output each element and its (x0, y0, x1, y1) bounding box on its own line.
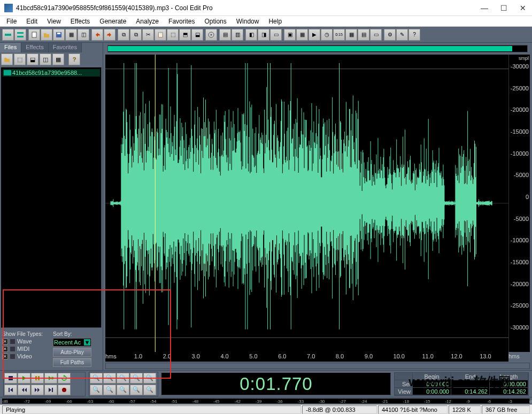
zoom-controls: 🔍 🔍 🔍 🔍 🔍 🔍 🔍 🔍 🔍 🔍 (89, 372, 158, 396)
menu-favorites[interactable]: Favorites (164, 17, 199, 26)
file-open-button[interactable] (1, 53, 13, 65)
trim-button[interactable]: ⬒ (179, 29, 191, 41)
convert-button[interactable]: ◫ (78, 29, 89, 41)
h-scrollbar[interactable] (105, 363, 530, 369)
filetype-wave-checkbox[interactable]: ✕Wave (2, 338, 50, 344)
zoom-full-button[interactable]: 🔍 (117, 373, 129, 384)
file-close-button[interactable]: ⬚ (14, 53, 26, 65)
cut-button[interactable]: ✂ (142, 29, 154, 41)
fullpaths-button[interactable]: Full Paths (53, 358, 91, 367)
dock-button[interactable]: ▣ (284, 29, 296, 41)
menu-view[interactable]: View (43, 17, 65, 26)
menu-options[interactable]: Options (200, 17, 230, 26)
toggle-organizer-button[interactable]: ◧ (245, 29, 257, 41)
record-button[interactable] (58, 385, 71, 395)
zoom-out-h-button[interactable]: 🔍 (103, 373, 116, 384)
rewind-button[interactable] (18, 385, 30, 395)
autoplay-button[interactable]: Auto-Play (53, 348, 91, 357)
undo-button[interactable] (91, 29, 103, 41)
go-end-button[interactable] (44, 385, 57, 395)
copy-new-button[interactable]: ⧉ (130, 29, 142, 41)
file-options-button[interactable]: ▦ (52, 53, 64, 65)
menu-edit[interactable]: Edit (22, 17, 42, 26)
svg-point-7 (211, 34, 212, 35)
copy-button[interactable]: ⧉ (118, 29, 129, 41)
settings-button[interactable]: ⚙ (384, 29, 396, 41)
close-button[interactable]: ✕ (518, 3, 528, 13)
menu-effects[interactable]: Effects (66, 17, 94, 26)
zoom-in-left-button[interactable]: 🔍 (143, 373, 156, 384)
file-edit-button[interactable]: ◫ (40, 53, 51, 65)
go-start-button[interactable] (4, 385, 17, 395)
mode-multitrack-button[interactable] (14, 29, 26, 41)
zoom-sel-button[interactable]: 🔍 (130, 373, 143, 384)
new-button[interactable] (28, 29, 40, 41)
level-tick: -72 (24, 399, 30, 404)
minimize-button[interactable]: — (480, 3, 489, 13)
ruler-button[interactable]: ▦ (296, 29, 308, 41)
menu-file[interactable]: File (2, 17, 21, 26)
tab-favorites[interactable]: Favorites (49, 43, 82, 52)
filetype-video-checkbox[interactable]: ✕Video (2, 353, 50, 359)
open-button[interactable] (41, 29, 52, 41)
toggle-cues-button[interactable]: ◨ (258, 29, 269, 41)
zoom-in-right-button[interactable]: 🔍 (90, 385, 103, 395)
play-to-end-button[interactable] (44, 373, 57, 384)
zoom-reset-v-button[interactable]: 🔍 (143, 385, 156, 395)
filetype-midi-checkbox[interactable]: ✕MIDI (2, 346, 50, 352)
crop-button[interactable]: ⬓ (191, 29, 203, 41)
file-options: Show File Types: ✕Wave ✕MIDI ✕Video Sort… (0, 329, 103, 370)
menu-analyze[interactable]: Analyze (132, 17, 163, 26)
zoom-controls-button[interactable]: 0:15 (333, 29, 345, 41)
save-button[interactable] (53, 29, 65, 41)
batch-button[interactable]: ▦ (65, 29, 77, 41)
help-button[interactable]: ? (408, 29, 420, 41)
level-tick: -24 (361, 399, 367, 404)
sort-by-label: Sort By: (53, 331, 101, 337)
file-help-button[interactable]: ? (68, 53, 80, 65)
menu-help[interactable]: Help (264, 17, 286, 26)
cd-button[interactable] (205, 29, 217, 41)
forward-button[interactable] (31, 385, 44, 395)
redo-button[interactable] (104, 29, 115, 41)
time-display[interactable]: 0:01.770 (161, 373, 391, 395)
time-tick: 12.0 (451, 353, 462, 359)
file-item[interactable]: 41bcd58c91a7390e9588... (3, 69, 100, 76)
menu-generate[interactable]: Generate (95, 17, 130, 26)
mix-paste-button[interactable]: ⬚ (167, 29, 179, 41)
toggle-transport-button[interactable]: ▭ (270, 29, 282, 41)
amp-tick: -25000 (511, 302, 529, 309)
sort-select[interactable]: Recent Ac▼ (53, 338, 91, 347)
menu-window[interactable]: Window (232, 17, 264, 26)
nav-overview[interactable] (107, 45, 528, 52)
paste-button[interactable]: 📋 (155, 29, 166, 41)
time-button[interactable]: ◷ (321, 29, 333, 41)
wave-canvas[interactable] (105, 55, 508, 352)
wave-display[interactable]: smpl -30000-25000-20000-15000-10000-5000… (105, 55, 530, 352)
scripts-button[interactable]: ✎ (396, 29, 408, 41)
level-meter[interactable]: dB-72-69-66-63-60-57-54-51-48-45-42-39-3… (2, 398, 530, 404)
play-controls-button[interactable]: ▶ (309, 29, 320, 41)
levels-button[interactable]: ▤ (358, 29, 369, 41)
zoom-out-v-button[interactable]: 🔍 (130, 385, 143, 395)
zoom-in-h-button[interactable]: 🔍 (90, 373, 103, 384)
stop-button[interactable] (4, 373, 17, 384)
zoom-prev-button[interactable]: 🔍 (103, 385, 116, 395)
time-ruler[interactable]: hms1.02.03.04.05.06.07.08.09.010.011.012… (105, 352, 508, 362)
maximize-button[interactable]: ☐ (499, 3, 508, 13)
pause-button[interactable] (31, 373, 44, 384)
sel-controls-button[interactable]: ▦ (345, 29, 357, 41)
file-insert-button[interactable]: ⬓ (27, 53, 38, 65)
play-button[interactable] (18, 373, 30, 384)
tab-files[interactable]: Files (0, 43, 21, 52)
file-list[interactable]: 41bcd58c91a7390e9588... (1, 67, 102, 328)
view-wave-button[interactable]: ▥ (232, 29, 243, 41)
view-spectral-button[interactable]: ▤ (219, 29, 231, 41)
loop-button[interactable] (58, 373, 71, 384)
zoom-in-v-button[interactable]: 🔍 (117, 385, 129, 395)
waveform-panel: smpl -30000-25000-20000-15000-10000-5000… (103, 43, 532, 370)
mode-edit-button[interactable] (2, 29, 14, 41)
status-button[interactable]: ▭ (370, 29, 382, 41)
tab-effects[interactable]: Effects (21, 43, 48, 52)
level-tick: -15 (424, 399, 430, 404)
